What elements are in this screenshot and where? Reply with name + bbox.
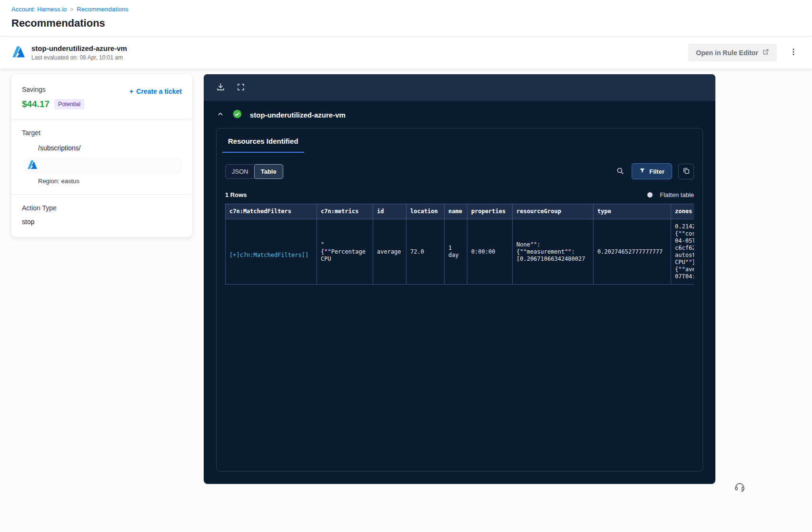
cell-zones: 0.21423 {""cost 04-05T6 c6cf625 autosto …: [671, 219, 694, 285]
column-header-zones: zones: [671, 204, 694, 219]
kebab-icon: [789, 51, 798, 58]
viewer-toolbar: [204, 74, 715, 101]
action-type-value: stop: [22, 218, 182, 226]
filter-icon: [639, 167, 645, 175]
open-in-rule-editor-button[interactable]: Open in Rule Editor: [688, 44, 777, 61]
flatten-toggle-icon: [647, 192, 653, 197]
row-count: 1 Rows: [225, 191, 247, 198]
recommendation-title: stop-underutilized-azure-vm: [31, 44, 127, 52]
target-section: Target /subscriptions/ Region: eastus: [11, 129, 192, 185]
breadcrumb-account-link[interactable]: Account: Harness.io: [11, 6, 67, 13]
azure-icon-small: [28, 160, 37, 171]
recommendation-header-left: stop-underutilized-azure-vm Last evaluat…: [12, 44, 127, 61]
kebab-menu-button[interactable]: [787, 45, 800, 60]
viewer-section-header: stop-underutilized-azure-vm: [204, 101, 715, 121]
cell-resource-group: None"": {""measurement"": [0.20671066342…: [513, 219, 594, 285]
copy-icon: [683, 167, 690, 176]
page-body: Savings $44.17 Potential + Create a tick…: [0, 69, 812, 484]
support-button[interactable]: [734, 481, 745, 494]
table-controls: JSON Table: [217, 153, 703, 179]
copy-button[interactable]: [678, 164, 694, 179]
cell-location: 72.0: [406, 219, 445, 285]
table-tools: Filter: [615, 163, 694, 179]
flatten-table-toggle[interactable]: Flatten table: [647, 191, 694, 198]
cell-name: 1 day: [445, 219, 467, 285]
breadcrumb-separator: >: [70, 6, 73, 13]
action-type-label: Action Type: [22, 204, 182, 212]
resources-table-wrap: c7n:MatchedFilters c7n:metrics id locati…: [225, 204, 694, 285]
table-row: [+]c7n:MatchedFilters[] " {""Percentage …: [226, 219, 694, 285]
cell-properties: 0:00:00: [467, 219, 513, 285]
column-header-name: name: [445, 204, 467, 219]
breadcrumb: Account: Harness.io > Recommendations: [11, 6, 801, 13]
download-icon: [216, 82, 225, 93]
column-header-properties: properties: [467, 204, 513, 219]
flatten-table-label: Flatten table: [660, 191, 694, 198]
search-icon: [616, 167, 624, 177]
search-button[interactable]: [615, 166, 625, 177]
download-button[interactable]: [215, 81, 226, 94]
breadcrumb-recommendations-link[interactable]: Recommendations: [77, 6, 128, 13]
recommendation-titles: stop-underutilized-azure-vm Last evaluat…: [31, 44, 127, 61]
resources-card: Resources Identified JSON Table: [216, 128, 703, 472]
fullscreen-icon: [237, 83, 245, 93]
recommendation-header-right: Open in Rule Editor: [688, 44, 800, 61]
target-resource-row: [24, 158, 182, 174]
plus-icon: +: [129, 88, 133, 95]
cell-type: 0.20274652777777777: [594, 219, 671, 285]
results-viewer-panel: stop-underutilized-azure-vm Resources Id…: [204, 74, 715, 484]
column-header-location: location: [406, 204, 445, 219]
collapse-button[interactable]: [216, 110, 225, 120]
create-ticket-label: Create a ticket: [136, 88, 182, 95]
savings-label: Savings: [22, 86, 84, 93]
tabs: Resources Identified: [217, 128, 703, 153]
target-label: Target: [22, 129, 182, 137]
target-region: Region: eastus: [38, 177, 182, 185]
table-meta-row: 1 Rows Flatten table: [217, 179, 703, 204]
cell-metrics: " {""Percentage CPU: [317, 219, 373, 285]
resources-table: c7n:MatchedFilters c7n:metrics id locati…: [225, 204, 694, 285]
filter-label: Filter: [649, 168, 664, 175]
column-header-id: id: [373, 204, 406, 219]
open-in-rule-editor-label: Open in Rule Editor: [696, 49, 758, 57]
recommendation-subtitle: Last evaluated on: 08 Apr, 10:01 am: [31, 54, 127, 61]
json-toggle-button[interactable]: JSON: [226, 165, 255, 178]
column-header-metrics: c7n:metrics: [317, 204, 373, 219]
cell-matched-filters: [+]c7n:MatchedFilters[]: [226, 219, 317, 285]
expand-matched-filters-link[interactable]: [+]c7n:MatchedFilters[]: [229, 252, 308, 258]
target-path: /subscriptions/: [38, 144, 182, 152]
savings-section: Savings $44.17 Potential + Create a tick…: [11, 86, 192, 109]
divider: [11, 119, 192, 119]
azure-icon: [12, 46, 25, 59]
cell-id: average: [373, 219, 406, 285]
external-link-icon: [762, 49, 769, 57]
recommendation-header: stop-underutilized-azure-vm Last evaluat…: [0, 37, 812, 69]
savings-card: Savings $44.17 Potential + Create a tick…: [11, 74, 192, 237]
page-title: Recommendations: [11, 17, 801, 30]
divider: [11, 194, 192, 195]
column-header-resource-group: resourceGroup: [513, 204, 594, 219]
chevron-up-icon: [217, 111, 224, 119]
success-check-icon: [233, 109, 242, 120]
action-type-section: Action Type stop: [11, 204, 192, 226]
expand-button[interactable]: [236, 82, 246, 94]
table-toggle-button[interactable]: Table: [254, 164, 283, 179]
potential-badge: Potential: [54, 99, 84, 109]
column-header-matched-filters: c7n:MatchedFilters: [226, 204, 317, 219]
table-header-row: c7n:MatchedFilters c7n:metrics id locati…: [226, 204, 694, 219]
savings-block: Savings $44.17 Potential: [22, 86, 84, 109]
support-headset-icon: [734, 487, 745, 494]
top-bar: Account: Harness.io > Recommendations Re…: [0, 0, 812, 37]
tab-resources-identified[interactable]: Resources Identified: [222, 137, 304, 153]
viewer-section-title: stop-underutilized-azure-vm: [250, 111, 346, 119]
filter-button[interactable]: Filter: [632, 163, 672, 179]
savings-amount: $44.17: [22, 99, 50, 109]
column-header-type: type: [594, 204, 671, 219]
view-toggle-group: JSON Table: [225, 164, 283, 179]
create-ticket-link[interactable]: + Create a ticket: [129, 88, 182, 95]
